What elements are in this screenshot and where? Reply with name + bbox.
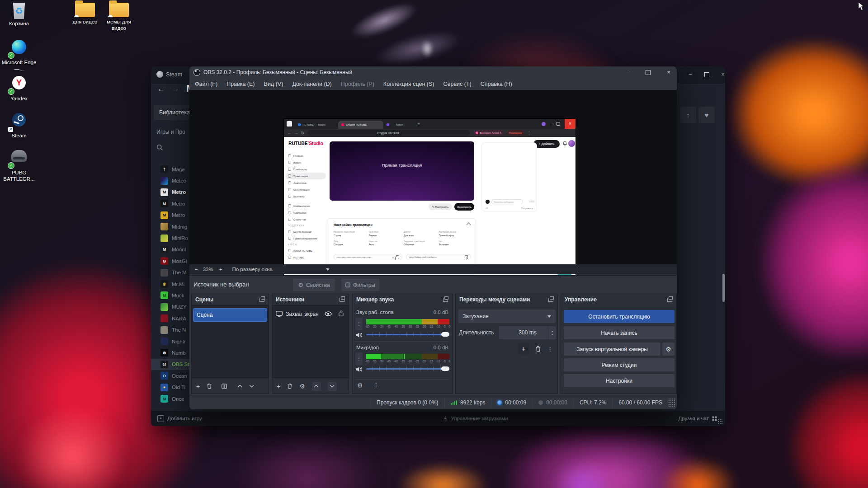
remove-scene-button[interactable]: [207, 383, 212, 389]
remove-source-button[interactable]: [287, 383, 292, 389]
scene-filters-button[interactable]: [222, 384, 227, 389]
popout-icon[interactable]: [340, 298, 344, 302]
move-down-button[interactable]: [249, 385, 254, 388]
chat-counter: 0/500: [529, 201, 534, 203]
desktop-icon-steam[interactable]: ↗ Steam: [0, 113, 38, 139]
remove-transition-button[interactable]: [535, 346, 541, 352]
filters-button[interactable]: Фильтры: [341, 279, 379, 291]
source-properties-gear-icon[interactable]: ⚙: [299, 383, 305, 390]
game-icon: [160, 177, 168, 185]
stop-streaming-button[interactable]: Остановить трансляцию: [564, 310, 675, 323]
volume-slider[interactable]: [366, 332, 449, 337]
scrollbar[interactable]: [722, 274, 725, 302]
virtual-camera-button[interactable]: Запуск виртуальной камеры: [564, 343, 660, 356]
channel-menu-dots[interactable]: ⋮: [355, 318, 363, 330]
scene-item-selected[interactable]: Сцена: [193, 308, 267, 322]
check-badge-icon: ✓: [8, 88, 14, 95]
friends-chat-button[interactable]: Друзья и чат: [678, 416, 717, 421]
maximize-button[interactable]: [640, 66, 656, 78]
move-up-button[interactable]: [312, 382, 321, 391]
start-recording-button[interactable]: Начать запись: [564, 326, 675, 339]
stream-key-field: ••••••••••••••••••••••••••••⊘: [334, 254, 402, 260]
channel-db: 0.0 dB: [434, 345, 448, 350]
browser-reload-icon: ↻: [301, 131, 304, 135]
dock-title: Управление: [561, 294, 676, 305]
bell-icon: [563, 141, 567, 145]
heart-button[interactable]: ♥: [698, 107, 715, 123]
unlock-icon[interactable]: [339, 310, 344, 316]
mixer-menu-dots-icon[interactable]: ⋮: [373, 382, 379, 388]
properties-button[interactable]: ⚙Свойства: [293, 279, 335, 291]
menu-docks[interactable]: Док-панели (D): [288, 81, 336, 87]
zoom-out-button[interactable]: −: [195, 267, 198, 272]
zoom-fit-select[interactable]: По размеру окна: [232, 267, 272, 272]
steam-close-button[interactable]: ×: [716, 69, 725, 80]
menu-tools[interactable]: Сервис (T): [439, 81, 476, 87]
search-icon[interactable]: [156, 144, 163, 151]
close-button[interactable]: ×: [660, 66, 677, 78]
obs-window: OBS 32.0.2 - Профиль: Безымянный - Сцены…: [189, 66, 677, 409]
add-scene-button[interactable]: +: [196, 383, 200, 390]
source-item[interactable]: Захват экран: [272, 308, 349, 320]
volume-slider[interactable]: [366, 366, 449, 371]
sources-dock: Источники Захват экран + ⚙: [272, 294, 349, 394]
preview-screen-capture[interactable]: RUTUBE — видео Студия RUTUBE Twitch + − …: [284, 119, 576, 284]
desktop-icon-yandex[interactable]: Y✓ Yandex: [0, 76, 38, 102]
up-arrow-button[interactable]: ↑: [680, 107, 696, 123]
speaker-icon[interactable]: [355, 332, 363, 339]
tab-games-apps[interactable]: Игры и Про: [156, 129, 185, 135]
chat-input: Написать сообщение: [491, 199, 523, 204]
desktop-icon-edge[interactable]: ✓ Microsoft Edge —...: [0, 40, 38, 72]
menu-edit[interactable]: Правка (E): [222, 81, 259, 87]
popout-icon[interactable]: [443, 298, 448, 302]
virtual-camera-gear-icon[interactable]: ⚙: [662, 343, 675, 356]
forward-arrow-button[interactable]: →: [172, 84, 179, 94]
chevron-down-icon[interactable]: [326, 268, 330, 271]
mixer-settings-gear-icon[interactable]: ⚙: [357, 382, 363, 389]
transition-menu-dots-icon[interactable]: ⋮: [547, 346, 553, 352]
onedrive-cloud-icon: ☁: [73, 12, 79, 19]
desktop-icon-folder-memes[interactable]: ☁ мемы для видео: [100, 1, 138, 32]
steam-restore-button[interactable]: [700, 69, 713, 80]
move-up-button[interactable]: [237, 385, 242, 388]
settings-button[interactable]: Настройки: [564, 374, 675, 387]
downloads-button[interactable]: Управление загрузками: [443, 416, 508, 421]
stream-edit-button: ✎ Настроить: [429, 203, 452, 210]
back-arrow-button[interactable]: ←: [157, 84, 165, 94]
obs-statusbar: Пропуск кадров 0 (0.0%) 8922 kbps 00:00:…: [189, 395, 677, 409]
slider-handle[interactable]: [441, 332, 449, 337]
browser-menu-dots-icon: ⋮: [527, 131, 531, 135]
resize-grip[interactable]: [668, 398, 675, 407]
spinner-arrows[interactable]: ▴▾: [548, 326, 556, 339]
menu-help[interactable]: Справка (H): [476, 81, 517, 87]
desktop-icon-folder-video[interactable]: ☁ для видео: [66, 1, 104, 25]
menu-file[interactable]: Файл (F): [190, 81, 222, 87]
move-down-button[interactable]: [328, 382, 337, 391]
duration-spinner[interactable]: 300 ms ▴▾: [499, 326, 556, 339]
slider-handle[interactable]: [441, 366, 449, 371]
desktop-icon-recycle-bin[interactable]: ♻ Корзина: [0, 3, 38, 27]
obs-titlebar[interactable]: OBS 32.0.2 - Профиль: Безымянный - Сцены…: [189, 66, 677, 78]
channel-menu-dots[interactable]: ⋮: [355, 352, 363, 365]
desktop-icon-pubg[interactable]: ✓ PUBG BATTLEGR...: [0, 147, 38, 183]
menu-scene-collection[interactable]: Коллекция сцен (S): [379, 81, 439, 87]
popout-icon[interactable]: [548, 298, 553, 302]
studio-mode-button[interactable]: Режим студии: [564, 358, 675, 371]
preview-canvas[interactable]: RUTUBE — видео Студия RUTUBE Twitch + − …: [189, 90, 677, 264]
zoom-in-button[interactable]: +: [219, 267, 222, 272]
popout-icon[interactable]: [667, 298, 672, 302]
add-source-button[interactable]: +: [277, 383, 280, 390]
resize-grip[interactable]: [717, 419, 723, 424]
menu-profile[interactable]: Профиль (P): [336, 81, 379, 87]
steam-minimize-button[interactable]: −: [684, 69, 697, 80]
popout-icon[interactable]: [259, 298, 264, 302]
gear-icon: ⚙: [298, 282, 303, 288]
speaker-icon[interactable]: [355, 366, 363, 374]
visibility-eye-icon[interactable]: [325, 311, 332, 316]
add-transition-button[interactable]: +: [518, 343, 529, 355]
minimize-button[interactable]: −: [620, 66, 636, 78]
add-game-button[interactable]: +Добавить игру: [157, 415, 202, 422]
mouse-cursor: [858, 2, 864, 11]
menu-view[interactable]: Вид (V): [259, 81, 288, 87]
transition-select[interactable]: Затухание: [458, 310, 556, 323]
